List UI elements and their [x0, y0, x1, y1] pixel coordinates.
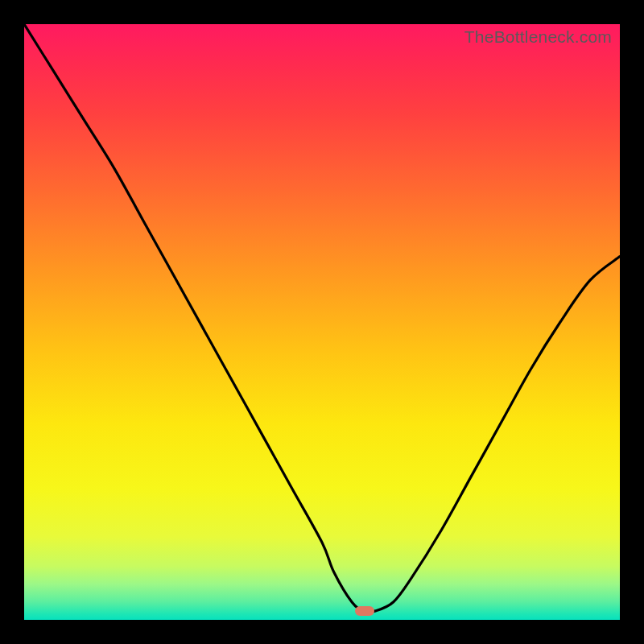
bottleneck-marker [355, 606, 374, 616]
plot-area: TheBottleneck.com [24, 24, 620, 620]
watermark-text: TheBottleneck.com [464, 27, 612, 47]
bottleneck-curve [24, 24, 620, 620]
chart-frame: TheBottleneck.com [0, 0, 644, 644]
